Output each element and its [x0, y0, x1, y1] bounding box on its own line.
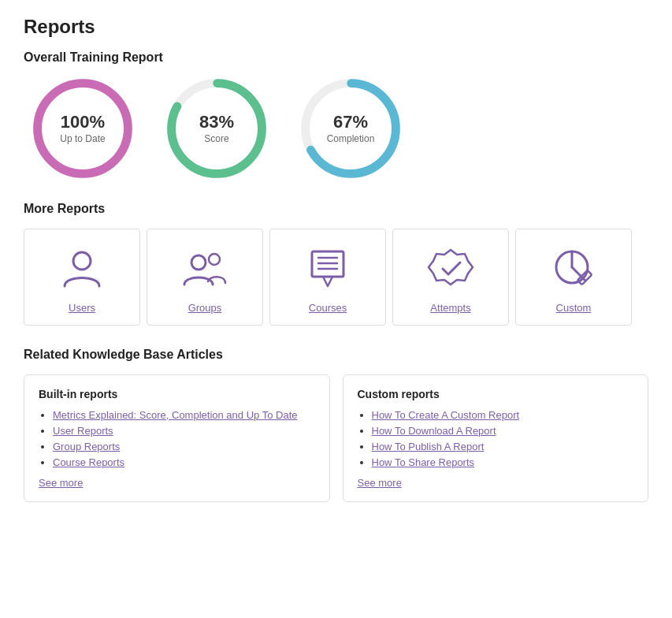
report-card-groups[interactable]: Groups [147, 229, 263, 326]
list-item: Course Reports [53, 456, 315, 468]
svg-line-15 [572, 267, 585, 280]
custom-label: Custom [556, 302, 592, 314]
kb-card-custom: Custom reports How To Create A Custom Re… [343, 374, 649, 502]
kb-card-builtin: Built-in reports Metrics Explained: Scor… [24, 374, 330, 502]
list-item: How To Publish A Report [372, 440, 634, 452]
kb-link-metrics[interactable]: Metrics Explained: Score, Completion and… [53, 409, 297, 421]
kb-link-download-report[interactable]: How To Download A Report [372, 425, 496, 437]
list-item: User Reports [53, 424, 315, 437]
users-icon [58, 245, 106, 292]
gauge-score-label: Score [199, 133, 234, 144]
svg-point-8 [209, 254, 220, 265]
kb-link-create-custom[interactable]: How To Create A Custom Report [372, 409, 520, 421]
kb-link-share-reports[interactable]: How To Share Reports [372, 456, 475, 468]
overall-training-section: Overall Training Report 100% Up to Date [24, 50, 648, 180]
gauge-completion-pct: 67% [327, 113, 375, 132]
list-item: How To Create A Custom Report [372, 408, 634, 421]
more-reports-section: More Reports Users Groups [24, 202, 648, 326]
gauge-up-to-date-pct: 100% [60, 113, 105, 132]
attempts-label: Attempts [430, 302, 470, 314]
svg-point-7 [191, 255, 206, 270]
page-title: Reports [24, 16, 648, 38]
report-card-courses[interactable]: Courses [269, 229, 386, 326]
report-card-attempts[interactable]: Attempts [392, 229, 509, 326]
list-item: Group Reports [53, 440, 315, 452]
list-item: How To Share Reports [372, 456, 634, 468]
report-card-users[interactable]: Users [24, 229, 140, 326]
users-label: Users [69, 302, 95, 314]
kb-custom-see-more[interactable]: See more [358, 477, 402, 489]
svg-point-6 [73, 252, 91, 270]
kb-link-course-reports[interactable]: Course Reports [53, 456, 124, 468]
gauge-score: 83% Score [165, 77, 268, 180]
gauge-up-to-date: 100% Up to Date [32, 77, 134, 180]
list-item: Metrics Explained: Score, Completion and… [53, 408, 315, 421]
custom-icon [550, 245, 597, 292]
kb-section: Related Knowledge Base Articles Built-in… [24, 348, 648, 502]
more-reports-title: More Reports [24, 202, 648, 216]
gauge-score-pct: 83% [199, 113, 234, 132]
courses-icon [304, 245, 351, 292]
list-item: How To Download A Report [372, 424, 634, 437]
kb-link-group-reports[interactable]: Group Reports [53, 441, 120, 452]
gauges-row: 100% Up to Date 83% Score [24, 77, 648, 180]
kb-link-publish-report[interactable]: How To Publish A Report [372, 441, 485, 452]
kb-builtin-title: Built-in reports [39, 388, 315, 400]
kb-custom-title: Custom reports [358, 388, 634, 400]
kb-row: Built-in reports Metrics Explained: Scor… [24, 374, 648, 502]
overall-title: Overall Training Report [24, 50, 648, 65]
kb-builtin-links: Metrics Explained: Score, Completion and… [39, 408, 315, 468]
report-card-custom[interactable]: Custom [515, 229, 632, 326]
kb-custom-links: How To Create A Custom Report How To Dow… [358, 408, 634, 468]
gauge-completion-label: Completion [327, 133, 375, 144]
kb-link-user-reports[interactable]: User Reports [53, 425, 113, 437]
kb-title: Related Knowledge Base Articles [24, 348, 648, 362]
kb-builtin-see-more[interactable]: See more [39, 477, 83, 489]
attempts-icon [427, 245, 474, 292]
gauge-completion: 67% Completion [299, 77, 402, 180]
report-cards-row: Users Groups Courses [24, 229, 648, 326]
groups-icon [181, 245, 228, 292]
groups-label: Groups [188, 302, 222, 314]
gauge-up-to-date-label: Up to Date [60, 133, 105, 144]
courses-label: Courses [309, 302, 347, 314]
